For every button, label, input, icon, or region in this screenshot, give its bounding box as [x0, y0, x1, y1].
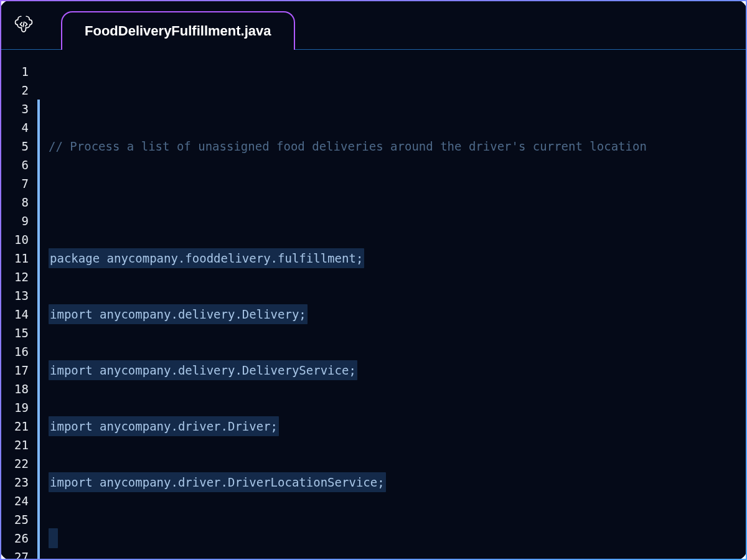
code-line: [49, 528, 58, 548]
line-number: 7: [1, 174, 29, 193]
line-number: 6: [1, 156, 29, 174]
line-number: 23: [1, 473, 29, 492]
app-logo-icon: [12, 13, 35, 35]
selection-indicator: [37, 100, 40, 560]
line-number: 21: [1, 417, 29, 436]
line-number: 15: [1, 324, 29, 342]
line-number: 27: [1, 548, 29, 560]
line-number: 17: [1, 361, 29, 380]
line-number: 24: [1, 492, 29, 510]
line-number-gutter: 1234567891011121314151617181921212223242…: [1, 62, 37, 560]
code-line: import anycompany.delivery.DeliveryServi…: [49, 360, 357, 380]
line-number: 21: [1, 436, 29, 454]
editor-window: FoodDeliveryFulfillment.java 12345678910…: [0, 0, 747, 560]
code-line: import anycompany.driver.Driver;: [49, 416, 279, 436]
line-number: 19: [1, 398, 29, 417]
code-line: import anycompany.delivery.Delivery;: [49, 304, 308, 324]
tab-active[interactable]: FoodDeliveryFulfillment.java: [61, 11, 295, 50]
code-line: import anycompany.driver.DriverLocationS…: [49, 472, 386, 492]
code-area[interactable]: // Process a list of unassigned food del…: [37, 62, 746, 560]
code-line: // Process a list of unassigned food del…: [49, 137, 647, 156]
code-editor[interactable]: 1234567891011121314151617181921212223242…: [1, 50, 746, 560]
line-number: 2: [1, 81, 29, 100]
tab-bar: FoodDeliveryFulfillment.java: [1, 1, 746, 50]
line-number: 11: [1, 249, 29, 268]
line-number: 8: [1, 193, 29, 212]
line-number: 18: [1, 380, 29, 398]
line-number: 13: [1, 286, 29, 305]
line-number: 25: [1, 510, 29, 529]
line-number: 1: [1, 62, 29, 81]
line-number: 5: [1, 137, 29, 156]
line-number: 14: [1, 305, 29, 324]
line-number: 4: [1, 118, 29, 137]
line-number: 9: [1, 212, 29, 230]
tab-title: FoodDeliveryFulfillment.java: [85, 23, 271, 39]
line-number: 10: [1, 230, 29, 249]
line-number: 16: [1, 342, 29, 361]
line-number: 12: [1, 268, 29, 286]
line-number: 3: [1, 100, 29, 118]
code-line: package anycompany.fooddelivery.fulfillm…: [49, 248, 364, 268]
line-number: 22: [1, 454, 29, 473]
line-number: 26: [1, 529, 29, 548]
